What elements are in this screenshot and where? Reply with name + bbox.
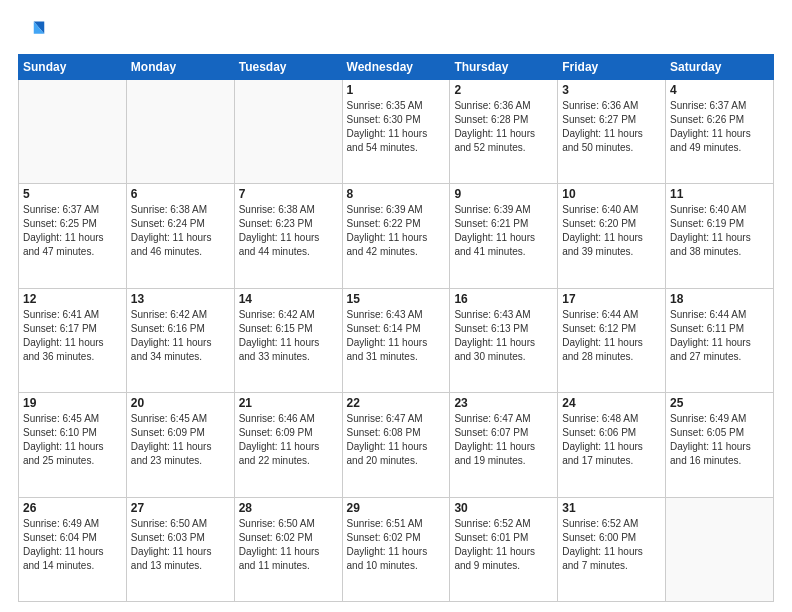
weekday-header-row: SundayMondayTuesdayWednesdayThursdayFrid… [19, 55, 774, 80]
day-number: 6 [131, 187, 230, 201]
calendar-cell: 23Sunrise: 6:47 AM Sunset: 6:07 PM Dayli… [450, 393, 558, 497]
day-info: Sunrise: 6:45 AM Sunset: 6:09 PM Dayligh… [131, 412, 230, 468]
calendar-cell [126, 80, 234, 184]
week-row-2: 5Sunrise: 6:37 AM Sunset: 6:25 PM Daylig… [19, 184, 774, 288]
day-info: Sunrise: 6:52 AM Sunset: 6:01 PM Dayligh… [454, 517, 553, 573]
calendar-cell: 12Sunrise: 6:41 AM Sunset: 6:17 PM Dayli… [19, 288, 127, 392]
day-info: Sunrise: 6:49 AM Sunset: 6:05 PM Dayligh… [670, 412, 769, 468]
calendar-cell: 21Sunrise: 6:46 AM Sunset: 6:09 PM Dayli… [234, 393, 342, 497]
day-number: 8 [347, 187, 446, 201]
weekday-header-wednesday: Wednesday [342, 55, 450, 80]
page: SundayMondayTuesdayWednesdayThursdayFrid… [0, 0, 792, 612]
calendar-cell: 3Sunrise: 6:36 AM Sunset: 6:27 PM Daylig… [558, 80, 666, 184]
calendar-cell: 9Sunrise: 6:39 AM Sunset: 6:21 PM Daylig… [450, 184, 558, 288]
day-info: Sunrise: 6:47 AM Sunset: 6:07 PM Dayligh… [454, 412, 553, 468]
day-info: Sunrise: 6:46 AM Sunset: 6:09 PM Dayligh… [239, 412, 338, 468]
day-info: Sunrise: 6:43 AM Sunset: 6:13 PM Dayligh… [454, 308, 553, 364]
day-number: 9 [454, 187, 553, 201]
calendar-cell: 28Sunrise: 6:50 AM Sunset: 6:02 PM Dayli… [234, 497, 342, 601]
logo [18, 18, 50, 46]
day-number: 11 [670, 187, 769, 201]
day-info: Sunrise: 6:51 AM Sunset: 6:02 PM Dayligh… [347, 517, 446, 573]
calendar-cell: 10Sunrise: 6:40 AM Sunset: 6:20 PM Dayli… [558, 184, 666, 288]
day-number: 17 [562, 292, 661, 306]
weekday-header-sunday: Sunday [19, 55, 127, 80]
day-number: 10 [562, 187, 661, 201]
day-number: 13 [131, 292, 230, 306]
calendar-cell: 29Sunrise: 6:51 AM Sunset: 6:02 PM Dayli… [342, 497, 450, 601]
day-number: 14 [239, 292, 338, 306]
calendar-cell [19, 80, 127, 184]
day-info: Sunrise: 6:45 AM Sunset: 6:10 PM Dayligh… [23, 412, 122, 468]
day-info: Sunrise: 6:35 AM Sunset: 6:30 PM Dayligh… [347, 99, 446, 155]
day-number: 16 [454, 292, 553, 306]
calendar-cell: 15Sunrise: 6:43 AM Sunset: 6:14 PM Dayli… [342, 288, 450, 392]
day-info: Sunrise: 6:36 AM Sunset: 6:28 PM Dayligh… [454, 99, 553, 155]
week-row-4: 19Sunrise: 6:45 AM Sunset: 6:10 PM Dayli… [19, 393, 774, 497]
day-number: 5 [23, 187, 122, 201]
day-number: 31 [562, 501, 661, 515]
day-number: 21 [239, 396, 338, 410]
day-number: 27 [131, 501, 230, 515]
logo-icon [18, 18, 46, 46]
day-number: 18 [670, 292, 769, 306]
weekday-header-thursday: Thursday [450, 55, 558, 80]
day-info: Sunrise: 6:44 AM Sunset: 6:12 PM Dayligh… [562, 308, 661, 364]
calendar-cell: 20Sunrise: 6:45 AM Sunset: 6:09 PM Dayli… [126, 393, 234, 497]
calendar-header: SundayMondayTuesdayWednesdayThursdayFrid… [19, 55, 774, 80]
day-number: 1 [347, 83, 446, 97]
day-info: Sunrise: 6:39 AM Sunset: 6:21 PM Dayligh… [454, 203, 553, 259]
day-info: Sunrise: 6:44 AM Sunset: 6:11 PM Dayligh… [670, 308, 769, 364]
calendar-cell: 5Sunrise: 6:37 AM Sunset: 6:25 PM Daylig… [19, 184, 127, 288]
day-number: 3 [562, 83, 661, 97]
calendar-cell: 13Sunrise: 6:42 AM Sunset: 6:16 PM Dayli… [126, 288, 234, 392]
header [18, 18, 774, 46]
day-info: Sunrise: 6:50 AM Sunset: 6:03 PM Dayligh… [131, 517, 230, 573]
day-number: 24 [562, 396, 661, 410]
calendar-cell [234, 80, 342, 184]
calendar-cell: 1Sunrise: 6:35 AM Sunset: 6:30 PM Daylig… [342, 80, 450, 184]
day-number: 30 [454, 501, 553, 515]
calendar-cell: 24Sunrise: 6:48 AM Sunset: 6:06 PM Dayli… [558, 393, 666, 497]
day-info: Sunrise: 6:37 AM Sunset: 6:25 PM Dayligh… [23, 203, 122, 259]
calendar-cell: 2Sunrise: 6:36 AM Sunset: 6:28 PM Daylig… [450, 80, 558, 184]
week-row-5: 26Sunrise: 6:49 AM Sunset: 6:04 PM Dayli… [19, 497, 774, 601]
day-info: Sunrise: 6:38 AM Sunset: 6:24 PM Dayligh… [131, 203, 230, 259]
day-number: 12 [23, 292, 122, 306]
calendar-cell: 4Sunrise: 6:37 AM Sunset: 6:26 PM Daylig… [666, 80, 774, 184]
calendar-cell: 7Sunrise: 6:38 AM Sunset: 6:23 PM Daylig… [234, 184, 342, 288]
day-number: 7 [239, 187, 338, 201]
calendar-cell: 14Sunrise: 6:42 AM Sunset: 6:15 PM Dayli… [234, 288, 342, 392]
day-info: Sunrise: 6:37 AM Sunset: 6:26 PM Dayligh… [670, 99, 769, 155]
weekday-header-saturday: Saturday [666, 55, 774, 80]
day-info: Sunrise: 6:52 AM Sunset: 6:00 PM Dayligh… [562, 517, 661, 573]
day-number: 2 [454, 83, 553, 97]
day-number: 20 [131, 396, 230, 410]
day-number: 19 [23, 396, 122, 410]
day-number: 4 [670, 83, 769, 97]
day-info: Sunrise: 6:42 AM Sunset: 6:16 PM Dayligh… [131, 308, 230, 364]
weekday-header-tuesday: Tuesday [234, 55, 342, 80]
calendar-cell: 11Sunrise: 6:40 AM Sunset: 6:19 PM Dayli… [666, 184, 774, 288]
calendar-cell: 26Sunrise: 6:49 AM Sunset: 6:04 PM Dayli… [19, 497, 127, 601]
calendar-cell: 17Sunrise: 6:44 AM Sunset: 6:12 PM Dayli… [558, 288, 666, 392]
calendar-cell: 31Sunrise: 6:52 AM Sunset: 6:00 PM Dayli… [558, 497, 666, 601]
day-info: Sunrise: 6:50 AM Sunset: 6:02 PM Dayligh… [239, 517, 338, 573]
day-number: 15 [347, 292, 446, 306]
calendar-cell: 25Sunrise: 6:49 AM Sunset: 6:05 PM Dayli… [666, 393, 774, 497]
day-info: Sunrise: 6:48 AM Sunset: 6:06 PM Dayligh… [562, 412, 661, 468]
weekday-header-friday: Friday [558, 55, 666, 80]
week-row-1: 1Sunrise: 6:35 AM Sunset: 6:30 PM Daylig… [19, 80, 774, 184]
day-info: Sunrise: 6:40 AM Sunset: 6:19 PM Dayligh… [670, 203, 769, 259]
day-info: Sunrise: 6:39 AM Sunset: 6:22 PM Dayligh… [347, 203, 446, 259]
calendar-cell: 27Sunrise: 6:50 AM Sunset: 6:03 PM Dayli… [126, 497, 234, 601]
calendar-cell: 22Sunrise: 6:47 AM Sunset: 6:08 PM Dayli… [342, 393, 450, 497]
day-info: Sunrise: 6:42 AM Sunset: 6:15 PM Dayligh… [239, 308, 338, 364]
week-row-3: 12Sunrise: 6:41 AM Sunset: 6:17 PM Dayli… [19, 288, 774, 392]
calendar-cell: 8Sunrise: 6:39 AM Sunset: 6:22 PM Daylig… [342, 184, 450, 288]
calendar-body: 1Sunrise: 6:35 AM Sunset: 6:30 PM Daylig… [19, 80, 774, 602]
calendar-cell: 16Sunrise: 6:43 AM Sunset: 6:13 PM Dayli… [450, 288, 558, 392]
day-info: Sunrise: 6:43 AM Sunset: 6:14 PM Dayligh… [347, 308, 446, 364]
day-info: Sunrise: 6:36 AM Sunset: 6:27 PM Dayligh… [562, 99, 661, 155]
calendar-table: SundayMondayTuesdayWednesdayThursdayFrid… [18, 54, 774, 602]
